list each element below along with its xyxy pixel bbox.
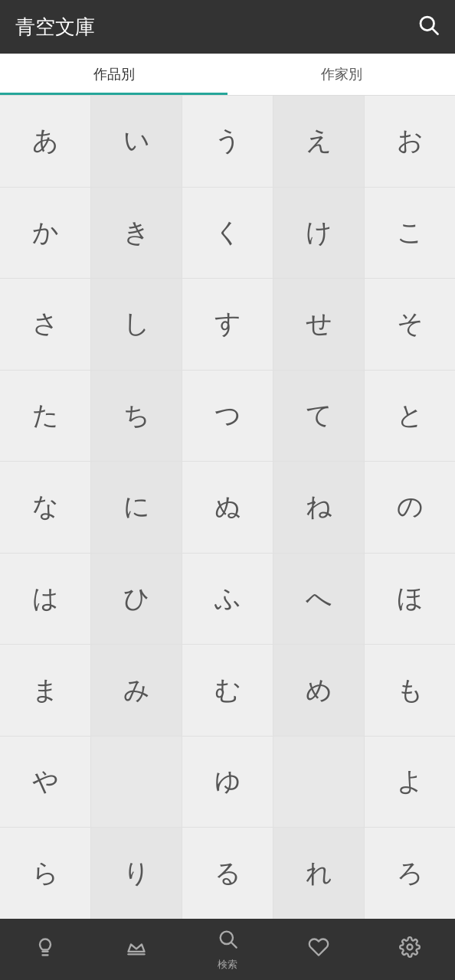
heart-icon xyxy=(308,936,329,963)
kana-cell-empty xyxy=(91,737,182,828)
kana-cell-ね[interactable]: ね xyxy=(273,462,364,553)
search-nav-icon xyxy=(217,928,238,955)
nav-lightbulb[interactable] xyxy=(34,936,56,963)
kana-cell-ち[interactable]: ち xyxy=(91,371,182,462)
kana-cell-な[interactable]: な xyxy=(0,462,90,553)
kana-cell-ゆ[interactable]: ゆ xyxy=(182,737,273,828)
tab-bar: 作品別 作家別 xyxy=(0,54,455,96)
tab-by-work[interactable]: 作品別 xyxy=(0,54,228,95)
kana-cell-つ[interactable]: つ xyxy=(182,371,273,462)
kana-cell-こ[interactable]: こ xyxy=(365,188,455,279)
bottom-navigation: 検索 xyxy=(0,919,455,980)
svg-point-6 xyxy=(407,944,412,949)
kana-cell-の[interactable]: の xyxy=(365,462,455,553)
kana-cell-ひ[interactable]: ひ xyxy=(91,554,182,645)
kana-cell-そ[interactable]: そ xyxy=(365,279,455,370)
svg-line-1 xyxy=(433,28,438,34)
nav-ranking[interactable] xyxy=(126,936,147,963)
kana-cell-あ[interactable]: あ xyxy=(0,96,90,187)
kana-cell-せ[interactable]: せ xyxy=(273,279,364,370)
app-header: 青空文庫 xyxy=(0,0,455,54)
kana-cell-き[interactable]: き xyxy=(91,188,182,279)
kana-cell-み[interactable]: み xyxy=(91,645,182,736)
kana-cell-り[interactable]: り xyxy=(91,828,182,919)
kana-cell-ま[interactable]: ま xyxy=(0,645,90,736)
kana-cell-る[interactable]: る xyxy=(182,828,273,919)
app-title: 青空文庫 xyxy=(15,14,95,41)
nav-search[interactable]: 検索 xyxy=(217,928,238,972)
kana-cell-や[interactable]: や xyxy=(0,737,90,828)
kana-cell-し[interactable]: し xyxy=(91,279,182,370)
nav-settings[interactable] xyxy=(399,936,421,963)
kana-grid: あいうえおかきくけこさしすせそたちつてとなにぬねのはひふへほまみむめもやゆよらり… xyxy=(0,96,455,919)
svg-line-5 xyxy=(231,942,236,947)
kana-cell-め[interactable]: め xyxy=(273,645,364,736)
kana-cell-お[interactable]: お xyxy=(365,96,455,187)
kana-cell-ほ[interactable]: ほ xyxy=(365,554,455,645)
kana-cell-う[interactable]: う xyxy=(182,96,273,187)
crown-icon xyxy=(126,936,147,963)
kana-cell-む[interactable]: む xyxy=(182,645,273,736)
nav-favorites[interactable] xyxy=(308,936,329,963)
kana-cell-と[interactable]: と xyxy=(365,371,455,462)
gear-icon xyxy=(399,936,421,963)
kana-cell-え[interactable]: え xyxy=(273,96,364,187)
kana-cell-よ[interactable]: よ xyxy=(365,737,455,828)
kana-cell-は[interactable]: は xyxy=(0,554,90,645)
kana-cell-さ[interactable]: さ xyxy=(0,279,90,370)
light-bulb-icon xyxy=(34,936,56,963)
kana-cell-す[interactable]: す xyxy=(182,279,273,370)
kana-cell-ふ[interactable]: ふ xyxy=(182,554,273,645)
search-nav-label: 検索 xyxy=(218,958,237,972)
kana-cell-た[interactable]: た xyxy=(0,371,90,462)
tab-by-author[interactable]: 作家別 xyxy=(228,54,455,95)
search-icon[interactable] xyxy=(417,13,440,41)
kana-cell-ろ[interactable]: ろ xyxy=(365,828,455,919)
kana-cell-れ[interactable]: れ xyxy=(273,828,364,919)
kana-cell-ら[interactable]: ら xyxy=(0,828,90,919)
kana-cell-い[interactable]: い xyxy=(91,96,182,187)
kana-cell-て[interactable]: て xyxy=(273,371,364,462)
kana-cell-も[interactable]: も xyxy=(365,645,455,736)
kana-cell-け[interactable]: け xyxy=(273,188,364,279)
kana-cell-か[interactable]: か xyxy=(0,188,90,279)
kana-cell-empty xyxy=(273,737,364,828)
kana-cell-へ[interactable]: へ xyxy=(273,554,364,645)
kana-cell-ぬ[interactable]: ぬ xyxy=(182,462,273,553)
kana-cell-に[interactable]: に xyxy=(91,462,182,553)
kana-cell-く[interactable]: く xyxy=(182,188,273,279)
